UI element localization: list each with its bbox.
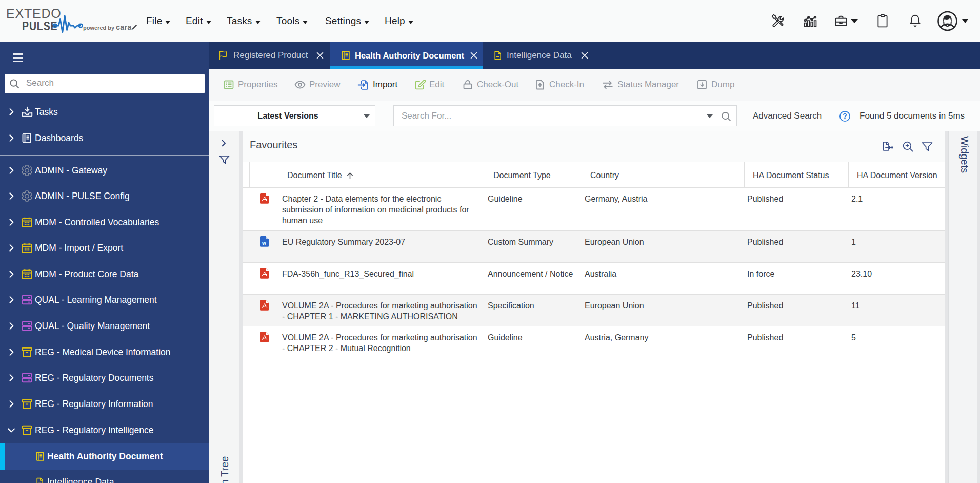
svg-text:w: w: [262, 240, 266, 246]
